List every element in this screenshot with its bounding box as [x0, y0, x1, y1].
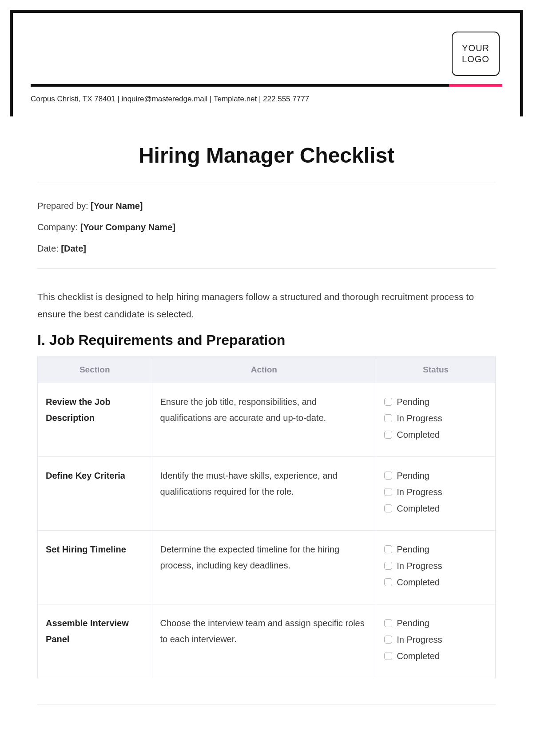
checkbox-icon[interactable] — [384, 488, 392, 496]
status-label: In Progress — [397, 632, 442, 648]
checkbox-icon[interactable] — [384, 414, 392, 422]
logo-text-line1: YOUR — [462, 43, 489, 53]
contact-line: Corpus Christi, TX 78401 | inquire@maste… — [31, 95, 502, 116]
status-option-in-progress[interactable]: In Progress — [384, 558, 487, 574]
status-option-in-progress[interactable]: In Progress — [384, 410, 487, 427]
meta-prepared-value: [Your Name] — [91, 201, 143, 211]
status-option-pending[interactable]: Pending — [384, 615, 487, 632]
table-row: Assemble Interview Panel Choose the inte… — [38, 604, 495, 678]
table-header-row: Section Action Status — [38, 357, 495, 383]
table-row: Define Key Criteria Identify the must-ha… — [38, 457, 495, 531]
status-option-pending[interactable]: Pending — [384, 468, 487, 484]
meta-date-label: Date: — [37, 244, 61, 253]
meta-company-value: [Your Company Name] — [80, 222, 175, 232]
checkbox-icon[interactable] — [384, 431, 392, 439]
status-option-pending[interactable]: Pending — [384, 394, 487, 410]
document-content: Hiring Manager Checklist Prepared by: [Y… — [10, 116, 523, 678]
checkbox-icon[interactable] — [384, 636, 392, 644]
status-label: In Progress — [397, 410, 442, 427]
checkbox-icon[interactable] — [384, 619, 392, 627]
status-option-completed[interactable]: Completed — [384, 427, 487, 443]
header-rule-main — [31, 84, 449, 87]
meta-prepared-label: Prepared by: — [37, 201, 91, 211]
col-header-section: Section — [38, 357, 152, 383]
checkbox-icon[interactable] — [384, 472, 392, 480]
status-label: Completed — [397, 500, 440, 517]
meta-prepared-by: Prepared by: [Your Name] — [37, 199, 496, 212]
header-rule — [31, 84, 502, 88]
row-action: Choose the interview team and assign spe… — [152, 604, 377, 678]
section-1-heading: I. Job Requirements and Preparation — [37, 332, 496, 348]
table-row: Set Hiring Timeline Determine the expect… — [38, 531, 495, 604]
checkbox-icon[interactable] — [384, 562, 392, 570]
col-header-status: Status — [376, 357, 495, 383]
status-label: In Progress — [397, 558, 442, 574]
logo-text-line2: LOGO — [462, 54, 489, 64]
status-option-in-progress[interactable]: In Progress — [384, 632, 487, 648]
bottom-divider — [37, 704, 496, 704]
status-option-completed[interactable]: Completed — [384, 574, 487, 591]
checkbox-icon[interactable] — [384, 652, 392, 660]
table-row: Review the Job Description Ensure the jo… — [38, 383, 495, 457]
row-section: Define Key Criteria — [38, 457, 152, 531]
row-status: Pending In Progress Completed — [376, 531, 495, 604]
logo-placeholder: YOUR LOGO — [452, 32, 500, 76]
status-label: Pending — [397, 615, 429, 632]
status-label: Completed — [397, 574, 440, 591]
row-action: Ensure the job title, responsibilities, … — [152, 383, 377, 457]
header-frame: YOUR LOGO Corpus Christi, TX 78401 | inq… — [10, 10, 523, 116]
status-label: Completed — [397, 427, 440, 443]
status-option-completed[interactable]: Completed — [384, 500, 487, 517]
checklist-table: Section Action Status Review the Job Des… — [37, 356, 496, 678]
checkbox-icon[interactable] — [384, 398, 392, 406]
header-rule-accent — [449, 84, 502, 87]
row-status: Pending In Progress Completed — [376, 383, 495, 457]
meta-company: Company: [Your Company Name] — [37, 220, 496, 234]
status-label: Pending — [397, 394, 429, 410]
status-label: Completed — [397, 648, 440, 664]
row-action: Identify the must-have skills, experienc… — [152, 457, 377, 531]
checkbox-icon[interactable] — [384, 578, 392, 586]
status-option-pending[interactable]: Pending — [384, 541, 487, 558]
meta-date: Date: [Date] — [37, 242, 496, 255]
row-status: Pending In Progress Completed — [376, 457, 495, 531]
status-label: Pending — [397, 468, 429, 484]
row-action: Determine the expected timeline for the … — [152, 531, 377, 604]
row-section: Assemble Interview Panel — [38, 604, 152, 678]
document-title: Hiring Manager Checklist — [37, 143, 496, 183]
checkbox-icon[interactable] — [384, 545, 392, 553]
row-section: Review the Job Description — [38, 383, 152, 457]
intro-paragraph: This checklist is designed to help hirin… — [37, 288, 496, 323]
status-label: Pending — [397, 541, 429, 558]
row-status: Pending In Progress Completed — [376, 604, 495, 678]
meta-date-value: [Date] — [61, 244, 86, 253]
status-label: In Progress — [397, 484, 442, 500]
meta-company-label: Company: — [37, 222, 80, 232]
status-option-in-progress[interactable]: In Progress — [384, 484, 487, 500]
meta-block: Prepared by: [Your Name] Company: [Your … — [37, 183, 496, 268]
col-header-action: Action — [152, 357, 377, 383]
checkbox-icon[interactable] — [384, 504, 392, 512]
row-section: Set Hiring Timeline — [38, 531, 152, 604]
status-option-completed[interactable]: Completed — [384, 648, 487, 664]
meta-divider — [37, 268, 496, 269]
